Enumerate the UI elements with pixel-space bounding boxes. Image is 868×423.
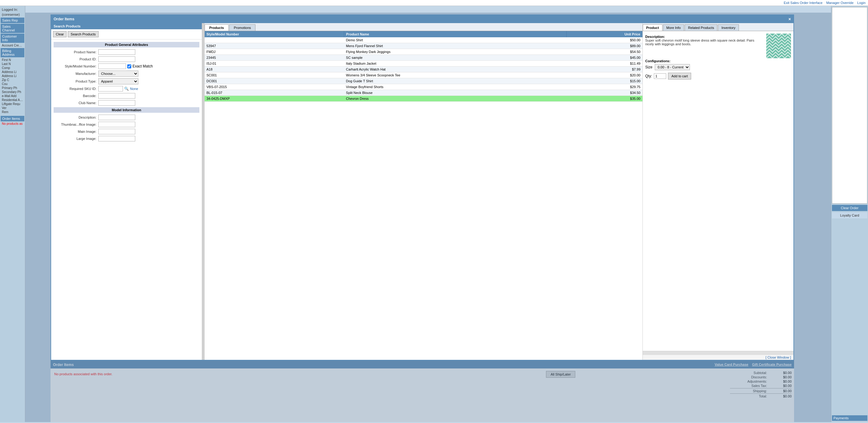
cell-style: VBS-07-2015 [205, 84, 344, 90]
cell-price: $50.00 [566, 37, 643, 43]
cell-name: Vintage Boyfriend Shorts [344, 84, 566, 90]
right-spacer [832, 220, 867, 414]
large-image-input[interactable] [98, 136, 135, 141]
detail-content: Description: Super soft chevron motif lo… [643, 31, 794, 351]
detail-scrollbar[interactable] [643, 351, 794, 355]
cell-style: 23445 [205, 55, 344, 61]
qty-input[interactable] [654, 73, 666, 79]
main-image-input[interactable] [98, 129, 135, 134]
sidebar-order-items[interactable]: Order Items [1, 116, 24, 121]
liftgate-field: Liftgate Requ [1, 102, 24, 106]
col-name: Product Name [344, 31, 566, 37]
search-toolbar: Clear Search Products [51, 29, 202, 39]
table-row[interactable]: VBS-07-2015 Vintage Boyfriend Shorts $29… [205, 84, 643, 90]
table-row[interactable]: A18 Carhartt Acrylic Watch Hat $7.99 [205, 67, 643, 72]
exact-match-row: Exact Match [98, 63, 153, 69]
description-search-input[interactable] [98, 115, 135, 120]
primary-phone-field: Primary Ph [1, 86, 24, 90]
panel-scrollbar[interactable] [202, 23, 205, 360]
tab-promotions[interactable]: Promotions [229, 24, 256, 31]
search-panel: Search Products Clear Search Products Pr… [51, 23, 202, 360]
cell-style: SC001 [205, 72, 344, 78]
description-search-label: Description: [54, 116, 98, 119]
product-id-input[interactable] [98, 56, 135, 62]
manager-override-link[interactable]: Manager Override [826, 1, 854, 5]
address1-field: Address Li [1, 70, 24, 74]
col-price: Unit Price [566, 31, 643, 37]
zip-field: Zip C [1, 78, 24, 82]
style-model-row: Style/Model Number: Exact Match [54, 63, 199, 69]
table-row[interactable]: 34-0425-DMXP Chevron Dress $35.00 [205, 96, 643, 102]
detail-tab-more-info[interactable]: More Info [663, 24, 684, 31]
club-name-input[interactable] [98, 100, 135, 106]
cell-name: Womens 3/4 Sleeve Scoopneck Tee [344, 72, 566, 78]
cell-style: BL-015-07 [205, 90, 344, 96]
first-name-field: First N [1, 58, 24, 62]
style-model-input[interactable] [98, 63, 126, 69]
loyalty-card-button[interactable]: Loyalty Card [832, 212, 867, 219]
cell-style: A18 [205, 67, 344, 72]
table-row[interactable]: Demo Shirt $50.00 [205, 37, 643, 43]
sidebar-sales-rep[interactable]: Sales Rep [1, 18, 24, 23]
comment-area[interactable] [832, 7, 867, 204]
cell-style [205, 37, 344, 43]
configurations-label: Configurations: [645, 59, 791, 63]
exact-match-checkbox[interactable] [127, 64, 131, 68]
clear-order-button[interactable]: Clear Order [832, 205, 867, 211]
product-name-label: Product Name: [54, 50, 98, 54]
payments-bar[interactable]: Payments [832, 415, 867, 421]
remarks-field: Rem [1, 110, 24, 114]
main-image-row: Main Image: [54, 129, 199, 134]
products-tabs: Products Promotions [205, 23, 643, 31]
close-window-bar: [ Close Window ] [643, 355, 794, 360]
barcode-input[interactable] [98, 93, 135, 99]
product-image [766, 34, 791, 58]
secondary-phone-field: Secondary Ph [1, 90, 24, 94]
right-sidebar: Clear Order Loyalty Card Payments [831, 6, 868, 422]
general-section-title: Product General Attributes [54, 42, 199, 47]
thumbnail-input[interactable] [98, 122, 135, 127]
size-label: Size [645, 65, 652, 69]
add-to-cart-button[interactable]: Add to cart [668, 73, 691, 79]
table-row[interactable]: FMDJ Flying Monkey Dark Jeggings $54.50 [205, 49, 643, 55]
required-sku-row: Required SKU ID: 🔍 None [54, 86, 199, 92]
sidebar-customer-info[interactable]: Customer Info [1, 34, 24, 43]
table-row[interactable]: ISJ-01 Italy Stadium Jacket $11.49 [205, 61, 643, 67]
table-row[interactable]: 53947 Mens Fjord Flannel Shirt $89.00 [205, 43, 643, 49]
search-products-button[interactable]: Search Products [68, 31, 98, 37]
detail-tab-inventory[interactable]: Inventory [718, 24, 739, 31]
manufacturer-select[interactable]: Choose... [98, 70, 138, 77]
size-select[interactable]: 0.00 - 8 - Current [655, 64, 690, 70]
cell-price: $11.49 [566, 61, 643, 67]
country-field: Cou [1, 82, 24, 86]
table-row[interactable]: 23445 SC sample $45.00 [205, 55, 643, 61]
sidebar-sales-channel[interactable]: Sales Channel [1, 24, 24, 33]
cell-name: Dog Guide T Shirt [344, 78, 566, 84]
table-row[interactable]: DC001 Dog Guide T Shirt $15.00 [205, 78, 643, 84]
sidebar-billing-address[interactable]: Billing Address [1, 48, 24, 57]
modal-close-button[interactable]: × [788, 17, 791, 22]
exact-match-label: Exact Match [132, 64, 153, 68]
table-row[interactable]: SC001 Womens 3/4 Sleeve Scoopneck Tee $2… [205, 72, 643, 78]
product-name-input[interactable] [98, 49, 135, 55]
detail-tab-product[interactable]: Product [643, 24, 662, 31]
required-sku-input[interactable] [98, 86, 123, 92]
sidebar-no-products: No products as [1, 121, 24, 126]
table-row[interactable]: BL-015-07 Split Neck Blouse $34.50 [205, 90, 643, 96]
product-type-select[interactable]: Apparel [98, 78, 138, 85]
close-window-link[interactable]: [ Close Window ] [765, 356, 791, 359]
tab-products[interactable]: Products [205, 24, 229, 31]
products-table: Style/Model Number Product Name Unit Pri… [205, 31, 643, 360]
cell-price: $35.00 [566, 96, 643, 102]
exit-sales-order-link[interactable]: Exit Sales Order Interface [783, 1, 823, 5]
cell-name: SC sample [344, 55, 566, 61]
none-link[interactable]: None [130, 87, 138, 91]
qty-label: Qty: [645, 74, 652, 78]
clear-button[interactable]: Clear [53, 31, 67, 37]
last-name-field: Last N [1, 62, 24, 66]
login-link[interactable]: Login [857, 1, 866, 5]
config-section: Configurations: Size 0.00 - 8 - Current … [645, 59, 791, 79]
residential-field: Residential Add [1, 98, 24, 102]
detail-tab-related-products[interactable]: Related Products [685, 24, 717, 31]
products-data-table: Style/Model Number Product Name Unit Pri… [205, 31, 643, 102]
